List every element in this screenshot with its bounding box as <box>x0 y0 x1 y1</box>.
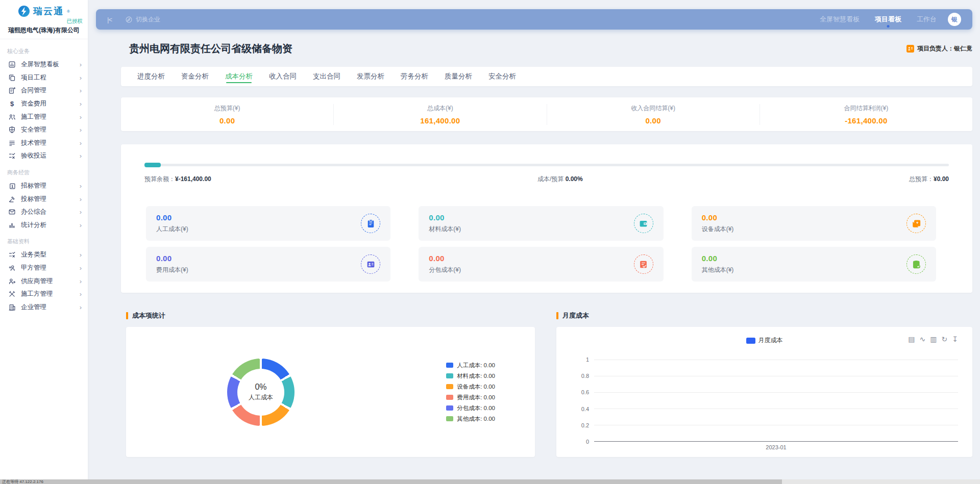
topbar-nav-item[interactable]: 全屏智慧看板 <box>820 9 860 30</box>
compass-icon <box>125 16 133 23</box>
donut-center-name: 人工成本 <box>249 393 273 402</box>
data-view-icon[interactable]: ▤ <box>908 335 915 343</box>
sidebar-item[interactable]: $资金费用› <box>0 97 88 111</box>
shield-icon <box>8 125 16 134</box>
cost-card-value: 0.00 <box>429 254 461 263</box>
sidebar-item[interactable]: 技术管理› <box>0 137 88 150</box>
monthly-cost-chart-panel: 月度成本 ▤∿▥↻↧ 10.80.60.40.20 2023-01 <box>556 327 972 457</box>
stat-cell: 合同结算利润(¥)-161,400.00 <box>760 104 972 125</box>
sidebar-menu: 核心业务全屏智慧看板›项目工程›合同管理›$资金费用›施工管理›安全管理›技术管… <box>0 39 88 314</box>
sidebar-item-label: 统计分析 <box>21 221 80 230</box>
sidebar-item-label: 投标管理 <box>21 195 80 203</box>
restore-icon[interactable]: ↻ <box>942 335 948 343</box>
builder-icon <box>8 290 16 298</box>
gridline-y-0.6: 0.6 <box>594 392 958 393</box>
sidebar-item-label: 企业管理 <box>21 303 80 312</box>
topbar-nav: 全屏智慧看板项目看板工作台 <box>820 9 937 30</box>
tab-支出合同[interactable]: 支出合同 <box>312 67 341 86</box>
tab-收入合同[interactable]: 收入合同 <box>268 67 298 86</box>
cost-card: 0.00材料成本(¥) <box>419 206 663 241</box>
stat-value: 161,400.00 <box>334 116 546 125</box>
pie-legend: 人工成本: 0.00材料成本: 0.00设备成本: 0.00费用成本: 0.00… <box>446 362 495 423</box>
stat-label: 总预算(¥) <box>121 104 333 113</box>
sidebar-item-label: 供应商管理 <box>21 277 80 286</box>
monthly-cost-section-title: 月度成本 <box>556 311 972 320</box>
sidebar-item-label: 施工方管理 <box>21 290 80 298</box>
sidebar-item[interactable]: 办公综合› <box>0 206 88 219</box>
sidebar-item[interactable]: 投标管理› <box>0 192 88 206</box>
money-icon: $ <box>8 99 16 108</box>
tab-发票分析[interactable]: 发票分析 <box>356 67 385 86</box>
sidebar-item[interactable]: 企业管理› <box>0 301 88 314</box>
legend-color-chip <box>446 373 453 378</box>
stat-label: 合同结算利润(¥) <box>760 104 972 113</box>
sidebar-item[interactable]: 供应商管理› <box>0 274 88 288</box>
tab-质量分析[interactable]: 质量分析 <box>444 67 473 86</box>
cost-card-value: 0.00 <box>702 254 734 263</box>
brand-logo-icon <box>18 5 30 17</box>
download-icon[interactable]: ↧ <box>952 335 958 343</box>
pie-legend-item[interactable]: 设备成本: 0.00 <box>446 383 495 391</box>
monthly-chart-xaxis: 2023-01 <box>594 444 958 451</box>
switch-company-button[interactable]: 切换企业 <box>125 15 160 24</box>
project-icon <box>8 73 16 82</box>
tab-劳务分析[interactable]: 劳务分析 <box>400 67 429 86</box>
chevron-right-icon: › <box>80 140 82 146</box>
pie-legend-item[interactable]: 其他成本: 0.00 <box>446 415 495 423</box>
tab-进度分析[interactable]: 进度分析 <box>136 67 166 86</box>
main-area: |< 切换企业 全屏智慧看板项目看板工作台 银 贵州电网有限责任公司省级储备物资 <box>88 0 980 484</box>
tender-icon <box>8 195 16 203</box>
sidebar-item[interactable]: 验收投运› <box>0 149 88 163</box>
sidebar-item[interactable]: 全屏智慧看板› <box>0 58 88 71</box>
legend-color-chip <box>746 338 755 344</box>
sidebar-item[interactable]: 项目工程› <box>0 71 88 85</box>
chevron-right-icon: › <box>80 291 82 297</box>
sidebar-item[interactable]: 安全管理› <box>0 123 88 137</box>
sidebar-item[interactable]: 招标管理› <box>0 180 88 193</box>
donut-center-percent: 0% <box>255 383 266 392</box>
cost-cards-grid: 0.00人工成本(¥)0.00材料成本(¥)0.00设备成本(¥)0.00费用成… <box>144 206 949 282</box>
monthly-chart-legend[interactable]: 月度成本 <box>569 336 960 345</box>
user-avatar[interactable]: 银 <box>948 13 961 26</box>
analysis-tabs: 进度分析资金分析成本分析收入合同支出合同发票分析劳务分析质量分析安全分析 <box>121 67 972 86</box>
collapse-sidebar-button[interactable]: |< <box>107 16 112 23</box>
tab-资金分析[interactable]: 资金分析 <box>180 67 210 86</box>
sidebar-item[interactable]: 甲方管理› <box>0 262 88 275</box>
sidebar-item[interactable]: 施工管理› <box>0 110 88 123</box>
sidebar-item[interactable]: 统计分析› <box>0 219 88 232</box>
stats-icon <box>8 221 16 230</box>
cost-card-label: 分包成本(¥) <box>429 266 461 274</box>
legend-color-chip <box>446 395 453 400</box>
pie-legend-item[interactable]: 费用成本: 0.00 <box>446 394 495 401</box>
topbar-nav-item[interactable]: 项目看板 <box>875 9 901 30</box>
sidebar-item[interactable]: 业务类型› <box>0 248 88 262</box>
tab-成本分析[interactable]: 成本分析 <box>224 67 254 86</box>
device-icon <box>906 214 926 233</box>
supplier-icon <box>8 277 16 286</box>
dashboard-icon <box>8 60 16 69</box>
pie-legend-item[interactable]: 分包成本: 0.00 <box>446 404 495 412</box>
legend-color-chip <box>446 405 453 411</box>
cost-card: 0.00分包成本(¥) <box>419 247 663 282</box>
sidebar-item[interactable]: 施工方管理› <box>0 288 88 301</box>
pie-legend-item[interactable]: 人工成本: 0.00 <box>446 362 495 369</box>
chevron-right-icon: › <box>80 265 82 271</box>
cost-card-text: 0.00费用成本(¥) <box>156 254 188 274</box>
sidebar-item-label: 资金费用 <box>21 99 80 108</box>
cost-items-donut-chart: 0% 人工成本 <box>227 359 295 426</box>
topbar-nav-item[interactable]: 工作台 <box>917 9 937 30</box>
stat-cell: 收入合同结算(¥)0.00 <box>547 104 760 125</box>
pie-legend-item[interactable]: 材料成本: 0.00 <box>446 372 495 380</box>
bar-chart-icon[interactable]: ▥ <box>930 335 937 343</box>
y-tick-label: 0.6 <box>581 389 589 395</box>
x-tick-label: 2023-01 <box>766 444 786 450</box>
cost-items-section-title: 成本项统计 <box>126 311 535 320</box>
chevron-right-icon: › <box>80 304 82 311</box>
tab-安全分析[interactable]: 安全分析 <box>487 67 517 86</box>
cost-card-value: 0.00 <box>156 254 188 263</box>
sidebar-item[interactable]: 合同管理› <box>0 84 88 97</box>
sidebar-item-label: 办公综合 <box>21 208 80 216</box>
cost-card-label: 设备成本(¥) <box>702 225 734 234</box>
line-chart-icon[interactable]: ∿ <box>920 335 926 343</box>
chevron-right-icon: › <box>80 126 82 133</box>
